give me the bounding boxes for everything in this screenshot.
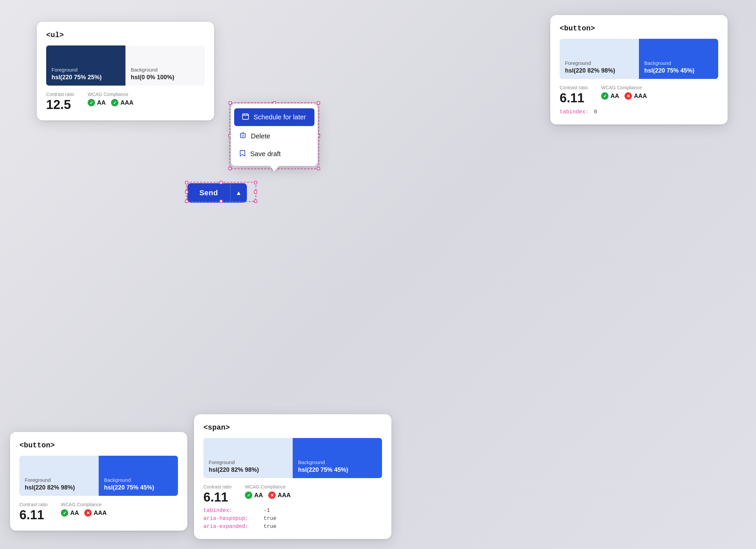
card-button-top-swatches: Foreground hsl(220 82% 98%) Background h… [560, 39, 718, 79]
card-span: <span> Foreground hsl(220 82% 98%) Backg… [194, 414, 391, 539]
card-button-top-tag: <button> [560, 24, 718, 33]
card-ul-bg-value: hsl(0 0% 100%) [131, 74, 199, 81]
span-tabindex-val: -1 [264, 508, 270, 514]
card-span-bg-label: Background [298, 459, 377, 465]
card-button-top-bg-value: hsl(220 75% 45%) [644, 67, 713, 74]
card-ul-fg-value: hsl(220 75% 25%) [52, 74, 120, 81]
span-aria-expanded-val: true [264, 524, 276, 530]
card-ul-fg-label: Foreground [52, 67, 120, 73]
button-top-aaa-fail-icon: ✕ [625, 92, 632, 100]
button-bottom-aa-pass-icon: ✓ [61, 509, 68, 517]
calendar-icon [242, 113, 249, 121]
card-button-top-fg-swatch: Foreground hsl(220 82% 98%) [560, 39, 639, 79]
card-span-fg-value: hsl(220 82% 98%) [209, 466, 287, 473]
card-button-bottom-contrast-value: 6.11 [19, 509, 48, 521]
card-button-bottom-bg-label: Background [104, 477, 173, 483]
handle-tr [317, 101, 320, 105]
card-button-top-metrics: Contrast ratio 6.11 WCAG Compliance ✓ AA… [560, 85, 718, 104]
card-button-top-wcag-badges: ✓ AA ✕ AAA [601, 92, 647, 100]
card-ul-wcag-label: WCAG Compliance [88, 92, 133, 97]
card-button-top-bg-swatch: Background hsl(220 75% 45%) [639, 39, 718, 79]
span-aaa-fail-icon: ✕ [268, 491, 276, 499]
card-span-contrast: Contrast ratio 6.11 [203, 484, 231, 504]
span-aa-pass-icon: ✓ [245, 491, 252, 499]
card-button-bottom-aa-label: AA [70, 510, 79, 517]
card-span-badge-aaa: ✕ AAA [268, 491, 291, 499]
tabindex-val: 0 [594, 109, 597, 115]
context-menu: Schedule for later Delete Save draft [231, 104, 318, 166]
card-span-tag: <span> [203, 424, 382, 432]
card-button-top-contrast-label: Contrast ratio [560, 85, 588, 90]
card-button-bottom-swatches: Foreground hsl(220 82% 98%) Background h… [19, 456, 178, 496]
bookmark-icon [240, 150, 246, 158]
card-button-top-contrast: Contrast ratio 6.11 [560, 85, 588, 104]
card-button-top-badge-aaa: ✕ AAA [625, 92, 647, 100]
card-span-bg-swatch: Background hsl(220 75% 45%) [293, 438, 382, 478]
tabindex-attr-line: tabindex: -1 [203, 508, 382, 514]
card-span-contrast-value: 6.11 [203, 491, 231, 504]
card-button-bottom-bg-value: hsl(220 75% 45%) [104, 484, 173, 491]
card-span-aaa-label: AAA [278, 492, 291, 499]
tabindex-key: tabindex: [560, 109, 588, 115]
svg-rect-4 [241, 134, 245, 138]
card-ul: <ul> Foreground hsl(220 75% 25%) Backgro… [37, 22, 214, 120]
card-button-top-attrs: tabindex: 0 [560, 109, 718, 115]
card-span-bg-value: hsl(220 75% 45%) [298, 466, 377, 473]
span-aria-haspopup-key: aria-haspopup: [203, 516, 264, 522]
menu-save-draft-label: Save draft [250, 150, 281, 158]
card-span-attrs: tabindex: -1 aria-haspopup: true aria-ex… [203, 508, 382, 530]
trash-icon [240, 132, 246, 140]
card-span-aa-label: AA [254, 492, 263, 499]
card-button-top-aaa-label: AAA [634, 93, 647, 100]
send-button-group: Send ▲ [187, 183, 247, 203]
card-button-bottom-fg-label: Foreground [25, 477, 93, 483]
card-button-bottom-wcag-label: WCAG Compliance [61, 502, 107, 507]
span-aria-expanded-key: aria-expanded: [203, 524, 264, 530]
card-ul-swatches: Foreground hsl(220 75% 25%) Background h… [46, 45, 205, 86]
card-button-bottom-badge-aa: ✓ AA [61, 509, 79, 517]
menu-item-schedule[interactable]: Schedule for later [234, 108, 314, 126]
send-handle-br [254, 200, 257, 203]
svg-rect-0 [243, 114, 249, 119]
card-button-bottom-wcag-badges: ✓ AA ✕ AAA [61, 509, 107, 517]
card-ul-bg-swatch: Background hsl(0 0% 100%) [125, 45, 205, 86]
card-button-bottom-aaa-label: AAA [94, 510, 107, 517]
card-span-wcag: WCAG Compliance ✓ AA ✕ AAA [245, 484, 291, 499]
span-tabindex-key: tabindex: [203, 508, 264, 514]
card-button-top-wcag: WCAG Compliance ✓ AA ✕ AAA [601, 85, 647, 100]
menu-item-save-draft[interactable]: Save draft [231, 145, 317, 163]
span-aria-haspopup-val: true [264, 516, 276, 522]
menu-schedule-label: Schedule for later [254, 113, 306, 121]
card-button-top: <button> Foreground hsl(220 82% 98%) Bac… [550, 15, 728, 124]
card-span-swatches: Foreground hsl(220 82% 98%) Background h… [203, 438, 382, 478]
card-span-badge-aa: ✓ AA [245, 491, 263, 499]
card-button-bottom-wcag: WCAG Compliance ✓ AA ✕ AAA [61, 502, 107, 517]
card-ul-badge-aaa: ✓ AAA [111, 99, 133, 106]
card-button-bottom-fg-value: hsl(220 82% 98%) [25, 484, 93, 491]
card-button-top-fg-label: Foreground [565, 60, 634, 66]
send-caret-button[interactable]: ▲ [230, 183, 247, 203]
card-ul-bg-label: Background [131, 67, 199, 73]
send-handle-tr [254, 181, 257, 184]
button-bottom-aaa-fail-icon: ✕ [84, 509, 92, 517]
handle-bl [228, 167, 232, 170]
aa-pass-icon: ✓ [88, 99, 95, 106]
card-span-fg-swatch: Foreground hsl(220 82% 98%) [203, 438, 293, 478]
card-button-top-contrast-value: 6.11 [560, 92, 588, 104]
send-handle-mr [254, 190, 257, 194]
card-button-bottom-contrast: Contrast ratio 6.11 [19, 502, 48, 521]
card-button-top-badge-aa: ✓ AA [601, 92, 619, 100]
send-button[interactable]: Send [187, 183, 230, 203]
menu-item-delete[interactable]: Delete [231, 127, 317, 145]
card-button-top-aa-label: AA [610, 93, 619, 100]
card-ul-badge-aa: ✓ AA [88, 99, 106, 106]
card-button-top-fg-value: hsl(220 82% 98%) [565, 67, 634, 74]
card-button-bottom-badge-aaa: ✕ AAA [84, 509, 107, 517]
card-button-top-wcag-label: WCAG Compliance [601, 85, 647, 90]
card-ul-contrast-label: Contrast ratio [46, 92, 74, 97]
card-span-metrics: Contrast ratio 6.11 WCAG Compliance ✓ AA… [203, 484, 382, 504]
card-ul-aa-label: AA [97, 99, 106, 106]
card-button-bottom-contrast-label: Contrast ratio [19, 502, 48, 507]
card-ul-wcag-badges: ✓ AA ✓ AAA [88, 99, 133, 106]
card-button-bottom-metrics: Contrast ratio 6.11 WCAG Compliance ✓ AA… [19, 502, 178, 521]
